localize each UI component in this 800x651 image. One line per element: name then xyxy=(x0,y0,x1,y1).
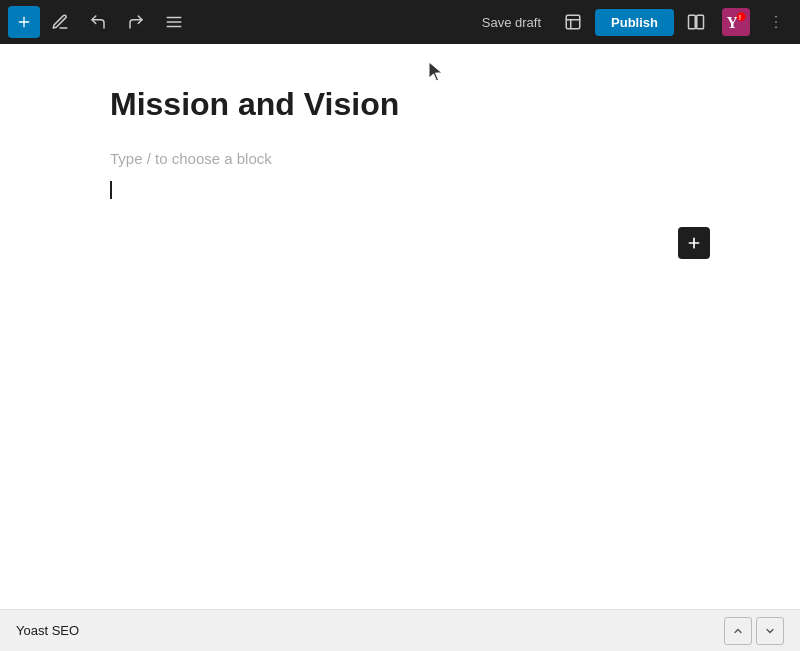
add-block-inline-button[interactable] xyxy=(678,227,710,259)
bottom-bar-buttons xyxy=(724,617,784,645)
redo-button[interactable] xyxy=(118,4,154,40)
toolbar-right: Save draft Publish Y ! xyxy=(472,4,792,40)
tools-button[interactable] xyxy=(42,4,78,40)
top-toolbar: Save draft Publish Y ! xyxy=(0,0,800,44)
undo-icon xyxy=(89,13,107,31)
svg-point-14 xyxy=(775,16,777,18)
svg-text:Y: Y xyxy=(726,14,738,31)
redo-icon xyxy=(127,13,145,31)
undo-button[interactable] xyxy=(80,4,116,40)
chevron-down-icon xyxy=(764,625,776,637)
preview-icon xyxy=(564,13,582,31)
editor-area[interactable]: Mission and Vision Type / to choose a bl… xyxy=(0,44,800,609)
svg-rect-9 xyxy=(697,15,704,29)
pencil-icon xyxy=(51,13,69,31)
list-icon xyxy=(165,13,183,31)
yoast-seo-label: Yoast SEO xyxy=(16,623,724,638)
svg-rect-5 xyxy=(566,15,580,29)
more-dots-icon xyxy=(767,13,785,31)
yoast-icon: Y ! xyxy=(722,8,750,36)
collapse-up-button[interactable] xyxy=(724,617,752,645)
save-draft-button[interactable]: Save draft xyxy=(472,9,551,36)
page-title[interactable]: Mission and Vision xyxy=(110,84,690,126)
editor-content: Mission and Vision Type / to choose a bl… xyxy=(90,44,710,609)
svg-rect-8 xyxy=(689,15,696,29)
chevron-up-icon xyxy=(732,625,744,637)
text-cursor xyxy=(110,179,690,201)
yoast-button[interactable]: Y ! xyxy=(718,4,754,40)
document-overview-button[interactable] xyxy=(156,4,192,40)
publish-button[interactable]: Publish xyxy=(595,9,674,36)
bottom-bar: Yoast SEO xyxy=(0,609,800,651)
plus-icon xyxy=(16,14,32,30)
plus-inline-icon xyxy=(686,235,702,251)
svg-point-16 xyxy=(775,27,777,29)
toolbar-left xyxy=(8,4,468,40)
settings-button[interactable] xyxy=(680,6,712,38)
block-placeholder: Type / to choose a block xyxy=(110,150,690,167)
svg-point-15 xyxy=(775,21,777,23)
settings-panel-icon xyxy=(687,13,705,31)
preview-button[interactable] xyxy=(557,6,589,38)
svg-text:!: ! xyxy=(739,14,741,21)
more-options-button[interactable] xyxy=(760,6,792,38)
collapse-down-button[interactable] xyxy=(756,617,784,645)
add-block-toolbar-button[interactable] xyxy=(8,6,40,38)
